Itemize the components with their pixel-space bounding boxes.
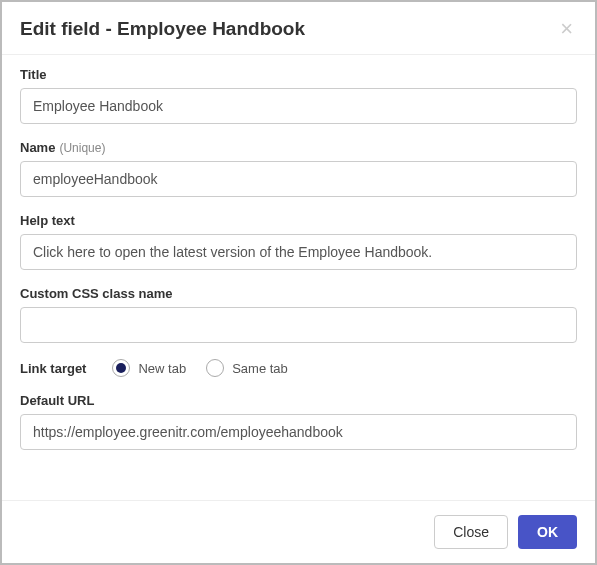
radio-sametab-text: Same tab [232, 361, 288, 376]
radio-circle-sametab [206, 359, 224, 377]
radio-newtab-text: New tab [138, 361, 186, 376]
radio-new-tab[interactable]: New tab [112, 359, 186, 377]
field-helptext-group: Help text [20, 213, 577, 270]
name-hint: (Unique) [59, 141, 105, 155]
defaulturl-label: Default URL [20, 393, 94, 408]
cssclass-input[interactable] [20, 307, 577, 343]
defaulturl-input[interactable] [20, 414, 577, 450]
cssclass-label: Custom CSS class name [20, 286, 172, 301]
radio-same-tab[interactable]: Same tab [206, 359, 288, 377]
modal-header: Edit field - Employee Handbook × [2, 2, 595, 55]
helptext-input[interactable] [20, 234, 577, 270]
field-title-group: Title [20, 67, 577, 124]
modal-footer: Close OK [2, 500, 595, 563]
close-button[interactable]: Close [434, 515, 508, 549]
title-label: Title [20, 67, 47, 82]
radio-circle-newtab [112, 359, 130, 377]
linktarget-label: Link target [20, 361, 86, 376]
field-defaulturl-group: Default URL [20, 393, 577, 450]
ok-button[interactable]: OK [518, 515, 577, 549]
modal-body: Title Name (Unique) Help text Custom CSS… [2, 55, 595, 500]
edit-field-modal: Edit field - Employee Handbook × Title N… [0, 0, 597, 565]
field-name-group: Name (Unique) [20, 140, 577, 197]
helptext-label: Help text [20, 213, 75, 228]
name-label: Name [20, 140, 55, 155]
name-input[interactable] [20, 161, 577, 197]
close-icon[interactable]: × [556, 18, 577, 40]
field-cssclass-group: Custom CSS class name [20, 286, 577, 343]
modal-title: Edit field - Employee Handbook [20, 18, 305, 40]
field-linktarget-group: Link target New tab Same tab [20, 359, 577, 377]
title-input[interactable] [20, 88, 577, 124]
